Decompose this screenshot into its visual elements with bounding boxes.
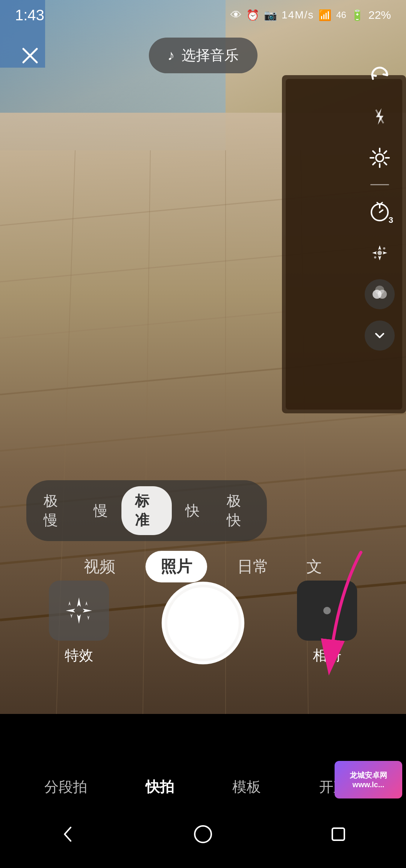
wifi-icon: 📶 (318, 9, 332, 21)
mode-daily[interactable]: 日常 (230, 552, 276, 581)
signal-icon: 14M/s (282, 9, 314, 21)
mode-photo[interactable]: 照片 (145, 551, 207, 582)
status-icons: 👁 ⏰ 📷 14M/s 📶 46 🔋 22% (230, 9, 391, 21)
camera-status-icon: 📷 (264, 9, 277, 21)
music-button-label: 选择音乐 (182, 46, 239, 65)
svg-point-26 (377, 251, 382, 255)
home-button[interactable] (184, 815, 222, 853)
tool-divider (370, 184, 389, 185)
system-nav-bar (0, 800, 406, 868)
status-bar: 1:43 👁 ⏰ 📷 14M/s 📶 46 🔋 22% (0, 0, 406, 30)
mode-video[interactable]: 视频 (76, 552, 123, 581)
effects-button[interactable]: 特效 (49, 581, 109, 665)
visibility-icon: 👁 (230, 9, 242, 21)
effects-label: 特效 (65, 646, 93, 665)
speed-selector: 极慢 慢 标准 快 极快 (26, 480, 267, 541)
nav-quick-shot[interactable]: 快拍 (138, 774, 182, 800)
beauty-filter-button[interactable] (365, 238, 395, 268)
filter-button[interactable] (365, 279, 395, 309)
timer-button[interactable]: 3 (365, 197, 395, 227)
more-tools-button[interactable] (365, 321, 395, 351)
right-tools: 3 (365, 60, 395, 351)
svg-point-27 (383, 247, 385, 250)
status-time: 1:43 (15, 7, 44, 24)
recents-button[interactable] (320, 815, 357, 853)
svg-point-33 (195, 826, 211, 842)
top-controls: ♪ 选择音乐 (0, 30, 406, 81)
music-select-button[interactable]: ♪ 选择音乐 (149, 38, 258, 73)
speed-very-slow[interactable]: 极慢 (30, 486, 80, 535)
battery-icon: 🔋 (351, 9, 364, 21)
shutter-inner (167, 587, 239, 659)
watermark-line1: 龙城安卓网 (350, 770, 387, 780)
svg-line-23 (380, 210, 383, 212)
back-button[interactable] (49, 815, 86, 853)
watermark-line2: www.lc... (353, 780, 385, 789)
shutter-button[interactable] (162, 582, 244, 664)
alarm-icon: ⏰ (246, 9, 259, 21)
battery-percent: 22% (368, 9, 391, 21)
nav-segment-shot[interactable]: 分段拍 (37, 774, 95, 800)
speed-fast[interactable]: 快 (172, 496, 213, 526)
effects-icon-box (49, 581, 109, 641)
watermark: 龙城安卓网 www.lc... (335, 761, 402, 798)
svg-rect-34 (332, 828, 344, 840)
settings-button[interactable] (365, 143, 395, 173)
network-icon: 46 (336, 10, 346, 20)
svg-point-31 (375, 286, 384, 295)
pink-arrow-annotation (301, 545, 376, 695)
svg-point-20 (376, 154, 383, 162)
music-note-icon: ♪ (168, 47, 175, 64)
close-button[interactable] (15, 41, 45, 71)
flash-button[interactable] (365, 101, 395, 132)
svg-point-28 (374, 256, 376, 259)
nav-template[interactable]: 模板 (225, 774, 268, 800)
speed-normal[interactable]: 标准 (121, 486, 171, 535)
flip-camera-button[interactable] (365, 60, 395, 90)
speed-very-fast[interactable]: 极快 (213, 486, 263, 535)
speed-slow[interactable]: 慢 (80, 496, 121, 526)
